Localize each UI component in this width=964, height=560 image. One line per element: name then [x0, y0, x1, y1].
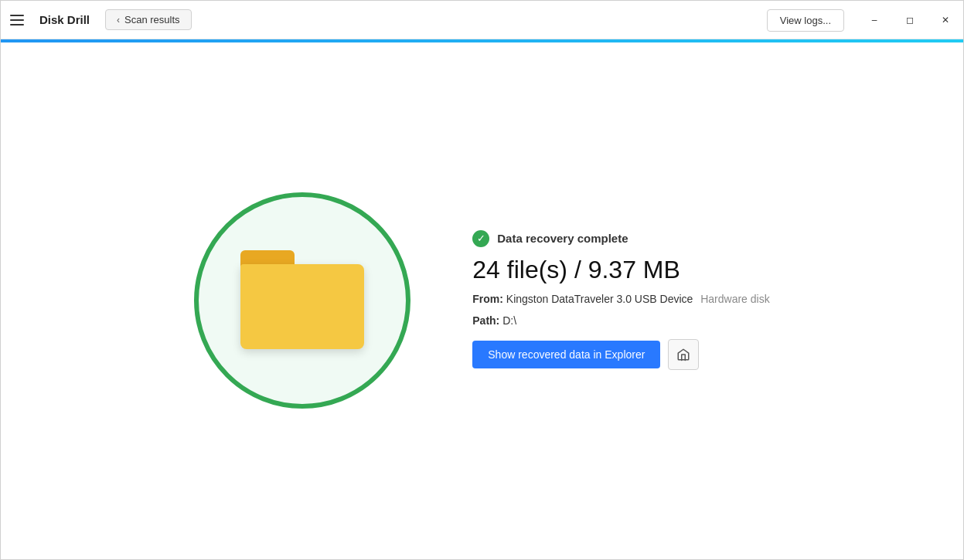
from-row: From: Kingston DataTraveler 3.0 USB Devi…	[472, 293, 769, 305]
folder-body	[240, 264, 364, 349]
back-button[interactable]: ‹ Scan results	[105, 9, 192, 30]
main-content: ✓ Data recovery complete 24 file(s) / 9.…	[1, 42, 963, 558]
titlebar: Disk Drill ‹ Scan results View logs... –…	[1, 1, 963, 39]
path-label: Path:	[472, 314, 502, 327]
folder-icon	[240, 250, 364, 351]
show-explorer-button[interactable]: Show recovered data in Explorer	[472, 341, 660, 368]
file-count: 24 file(s) / 9.37 MB	[472, 256, 769, 283]
path-value: D:\	[502, 314, 516, 327]
path-row: Path: D:\	[472, 314, 769, 327]
folder-illustration	[194, 192, 410, 409]
chevron-left-icon: ‹	[117, 15, 120, 25]
status-text: Data recovery complete	[497, 232, 628, 245]
home-button[interactable]	[668, 339, 699, 370]
action-row: Show recovered data in Explorer	[472, 339, 769, 370]
back-button-label: Scan results	[124, 14, 180, 25]
window-controls: View logs... – ◻ ✕	[767, 1, 963, 39]
app-title: Disk Drill	[39, 13, 90, 26]
info-panel: ✓ Data recovery complete 24 file(s) / 9.…	[472, 230, 769, 370]
check-icon: ✓	[472, 230, 489, 247]
menu-button[interactable]	[10, 9, 32, 31]
from-label: From:	[472, 293, 506, 305]
close-button[interactable]: ✕	[928, 1, 963, 39]
status-row: ✓ Data recovery complete	[472, 230, 769, 247]
view-logs-button[interactable]: View logs...	[767, 9, 844, 32]
from-value: Kingston DataTraveler 3.0 USB Device	[506, 293, 693, 305]
device-type: Hardware disk	[697, 293, 769, 305]
maximize-button[interactable]: ◻	[892, 1, 928, 39]
minimize-button[interactable]: –	[857, 1, 892, 39]
home-icon	[676, 348, 690, 361]
